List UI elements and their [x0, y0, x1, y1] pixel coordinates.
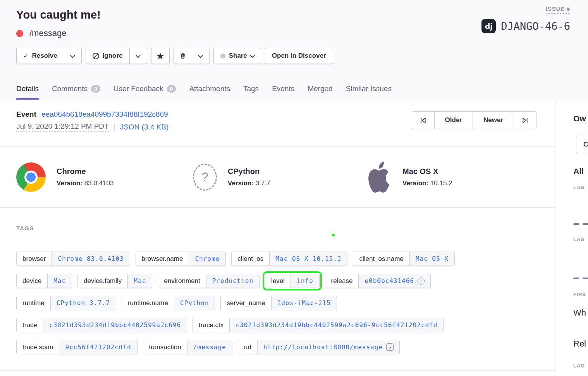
resolve-dropdown-button[interactable]: [64, 48, 82, 64]
sidebar-last-label: LAS: [573, 185, 585, 190]
context-runtime: ? CPython Version: 3.7.7: [190, 164, 366, 191]
tag-pill[interactable]: browser Chrome 83.0.4103: [16, 252, 130, 266]
delete-button[interactable]: [174, 48, 192, 64]
delete-dropdown-button[interactable]: [192, 48, 210, 64]
external-link-icon[interactable]: [386, 343, 394, 351]
context-name: CPython: [228, 167, 270, 176]
tag-pill[interactable]: browser.name Chrome: [136, 252, 226, 266]
tab[interactable]: Details: [16, 85, 39, 100]
ignore-button-group: Ignore: [86, 48, 147, 64]
tag-pill[interactable]: device Mac: [16, 274, 72, 288]
share-button[interactable]: Share: [213, 48, 261, 64]
tag-pill[interactable]: trace.span 9cc56f421202cdfd: [16, 340, 138, 354]
skip-to-first-icon: [419, 116, 427, 124]
tag-pill[interactable]: release e0b0bc431466: [325, 274, 431, 288]
tag-key: client_os: [232, 252, 269, 266]
tab-label: Comments: [52, 85, 88, 93]
tag-value-text: e0b0bc431466: [364, 277, 414, 285]
tag-value[interactable]: e0b0bc431466: [358, 274, 430, 288]
tag-pill[interactable]: level info: [265, 274, 320, 288]
tag-value[interactable]: Idos-iMac-215: [271, 296, 337, 310]
divider: |: [113, 123, 115, 131]
ignore-icon: [93, 53, 99, 59]
issue-number-label: ISSUE #: [546, 5, 570, 14]
tag-value[interactable]: c3021d393d234d19bbc4402599a2c696: [43, 318, 187, 332]
open-in-discover-button[interactable]: Open in Discover: [265, 48, 333, 64]
context-name: Chrome: [57, 167, 113, 176]
issue-number-box: ISSUE # dj DJANGO-46-6: [481, 5, 570, 33]
tab[interactable]: Comments 0: [52, 85, 100, 100]
ignore-button[interactable]: Ignore: [86, 48, 130, 64]
tag-value[interactable]: Mac OS X 10.15.2: [269, 252, 347, 266]
tab[interactable]: Attachments: [189, 85, 230, 100]
tag-key: browser: [17, 252, 52, 266]
resolve-button[interactable]: ✓ Resolve: [16, 48, 64, 64]
tab[interactable]: Similar Issues: [346, 85, 392, 100]
tag-key: release: [325, 274, 359, 288]
tag-value[interactable]: Chrome: [189, 252, 225, 266]
ignore-dropdown-button[interactable]: [129, 48, 147, 64]
tag-value[interactable]: Mac: [47, 274, 72, 288]
tag-value[interactable]: CPython 3.7.7: [50, 296, 116, 310]
tag-value[interactable]: http://localhost:8000/message: [257, 340, 399, 354]
tag-value[interactable]: c3021d393d234d19bbc4402599a2c696-9cc56f4…: [229, 318, 443, 332]
tag-pill[interactable]: device.family Mac: [77, 274, 152, 288]
tag-value[interactable]: CPython: [174, 296, 215, 310]
tab[interactable]: Events: [272, 85, 294, 100]
tag-value[interactable]: Production: [206, 274, 259, 288]
tag-key: transaction: [143, 340, 187, 354]
tag-key: server_name: [221, 296, 271, 310]
tag-pill[interactable]: trace.ctx c3021d393d234d19bbc4402599a2c6…: [193, 318, 444, 332]
context-browser: Chrome Version: 83.0.4103: [16, 162, 190, 192]
newer-event-button[interactable]: Newer: [473, 111, 514, 129]
share-status-dot: [220, 53, 225, 59]
star-icon: ★: [156, 52, 164, 60]
event-label: Event: [16, 110, 36, 118]
sidebar-owners-heading: Ow: [573, 114, 586, 123]
tag-pill[interactable]: environment Production: [158, 274, 260, 288]
tag-pill[interactable]: client_os.name Mac OS X: [353, 252, 454, 266]
share-label: Share: [229, 52, 247, 60]
tag-value-text: /message: [193, 343, 226, 351]
tag-value-text: Mac: [134, 277, 146, 285]
tab[interactable]: User Feedback 0: [113, 85, 176, 100]
annotation-dot: [332, 234, 335, 236]
oldest-event-button[interactable]: [412, 111, 435, 129]
event-json-link[interactable]: JSON (3.4 KB): [120, 123, 169, 131]
tags-section: TAGS browser Chrome 83.0.4103 bro: [0, 208, 555, 371]
event-id-link[interactable]: eea064b618ea4099b7334f88f192c869: [41, 110, 168, 118]
tab-label: Events: [272, 85, 294, 93]
tag-pill[interactable]: server_name Idos-iMac-215: [220, 296, 337, 310]
tab[interactable]: Tags: [243, 85, 259, 100]
skip-to-latest-button[interactable]: [514, 111, 536, 129]
tag-pill[interactable]: url http://localhost:8000/message: [238, 340, 400, 354]
tag-pill[interactable]: client_os Mac OS X 10.15.2: [231, 252, 347, 266]
tag-value[interactable]: 9cc56f421202cdfd: [59, 340, 137, 354]
tag-value[interactable]: Mac OS X: [409, 252, 454, 266]
event-contexts: Chrome Version: 83.0.4103 ? CPython Vers…: [0, 147, 555, 208]
older-event-button[interactable]: Older: [434, 111, 473, 129]
issue-short-id[interactable]: DJANGO-46-6: [501, 20, 570, 32]
tag-list: browser Chrome 83.0.4103 browser.name Ch…: [16, 252, 548, 362]
tag-value-text: Mac OS X 10.15.2: [275, 255, 341, 262]
bookmark-button[interactable]: ★: [151, 48, 170, 64]
tag-pill[interactable]: runtime.name CPython: [122, 296, 215, 310]
tag-pill[interactable]: transaction /message: [143, 340, 232, 354]
tab[interactable]: Merged: [308, 85, 332, 100]
tag-value-text: Mac OS X: [416, 255, 449, 262]
issue-header: You caught me! /message ISSUE # dj DJANG…: [0, 0, 588, 100]
culprit-path: /message: [29, 28, 66, 38]
tag-key: trace.span: [17, 340, 59, 354]
tag-value[interactable]: Mac: [127, 274, 152, 288]
tab-label: Similar Issues: [346, 85, 392, 93]
event-details-column: Event eea064b618ea4099b7334f88f192c869 J…: [0, 100, 555, 376]
tag-value[interactable]: Chrome 83.0.4103: [52, 252, 129, 266]
tag-pill[interactable]: runtime CPython 3.7.7: [16, 296, 116, 310]
sidebar-create-button[interactable]: C: [576, 136, 588, 153]
version-label: Version:: [228, 179, 254, 187]
tag-value[interactable]: info: [291, 274, 319, 288]
tag-key: browser.name: [136, 252, 189, 266]
info-icon[interactable]: [418, 278, 425, 285]
tag-pill[interactable]: trace c3021d393d234d19bbc4402599a2c696: [16, 318, 187, 332]
tag-value[interactable]: /message: [187, 340, 232, 354]
